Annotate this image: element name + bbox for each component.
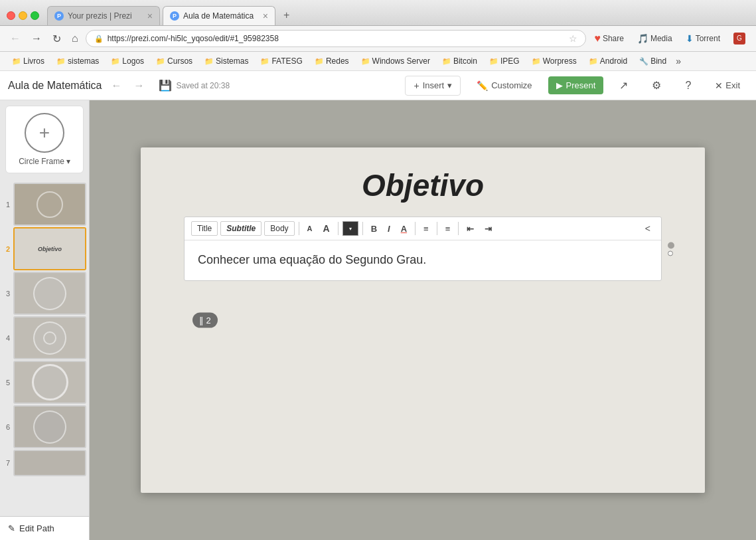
bookmark-ipeg[interactable]: 📁 IPEG	[484, 55, 525, 67]
text-color-button[interactable]: A	[397, 222, 411, 236]
media-button[interactable]: 🎵 Media	[633, 31, 676, 46]
slide-item-3[interactable]: 3	[3, 272, 86, 315]
present-label: Present	[566, 80, 596, 90]
bookmark-star-icon[interactable]: ☆	[569, 33, 577, 44]
bookmark-sistemas2-label: Sistemas	[216, 56, 248, 66]
bookmark-bitcoin[interactable]: 📁 Bitcoin	[437, 55, 483, 67]
bookmarks-overflow-button[interactable]: »	[673, 54, 684, 68]
browser-frame: P Your prezis | Prezi × P Aula de Matemá…	[0, 0, 756, 540]
bookmark-worpress[interactable]: 📁 Worpress	[526, 55, 582, 67]
resize-handle[interactable]	[668, 242, 674, 256]
color-picker-button[interactable]: ▾	[342, 221, 358, 236]
italic-button[interactable]: I	[384, 222, 394, 236]
toolbar-separator-1	[299, 222, 299, 235]
slide-item-7[interactable]: 7	[3, 450, 86, 476]
add-frame-icon: +	[39, 122, 50, 143]
text-style-body[interactable]: Body	[264, 221, 294, 236]
folder-icon: 📁	[260, 57, 269, 66]
slide-item-1[interactable]: 1	[3, 183, 86, 226]
address-bar[interactable]: 🔒 https://prezi.com/-hi5lc_yqoso/edit/#1…	[86, 30, 587, 47]
fullscreen-traffic-light[interactable]	[31, 11, 39, 20]
text-style-title[interactable]: Title	[191, 221, 218, 236]
toolbar-collapse-button[interactable]: <	[641, 221, 654, 236]
slide-thumb-3[interactable]	[13, 272, 86, 315]
bookmark-sistemas[interactable]: 📁 sistemas	[51, 55, 104, 67]
help-button[interactable]: ?	[677, 76, 699, 96]
bookmark-bind[interactable]: 🔧 Bind	[634, 55, 672, 67]
slide-number-7: 7	[3, 450, 13, 476]
app-body: + Circle Frame ▾ 1	[0, 100, 756, 540]
bookmark-windows-server[interactable]: 📁 Windows Server	[356, 55, 435, 67]
text-editor-box[interactable]: Title Subtitle Body A A ▾ B I A	[184, 217, 662, 281]
bookmark-livros[interactable]: 📁 Livros	[7, 55, 50, 67]
bookmark-logos[interactable]: 📁 Logos	[106, 55, 149, 67]
exit-x-icon: ✕	[715, 80, 723, 91]
bookmark-fatesg[interactable]: 📁 FATESG	[255, 55, 307, 67]
save-disk-icon: 💾	[159, 79, 172, 92]
slide-item-5[interactable]: 5	[3, 361, 86, 404]
slide-list: 1 2 Objetivo	[0, 179, 89, 516]
present-play-icon: ▶	[556, 80, 563, 90]
customize-pen-icon: ✏️	[477, 80, 488, 91]
back-button[interactable]: ←	[7, 31, 24, 46]
font-decrease-button[interactable]: A	[303, 223, 317, 234]
present-button[interactable]: ▶ Present	[548, 76, 604, 94]
forward-button[interactable]: →	[28, 31, 45, 46]
share-label: Share	[603, 34, 624, 43]
bookmark-android[interactable]: 📁 Android	[583, 55, 633, 67]
app-back-button[interactable]: ←	[108, 77, 124, 94]
insert-button[interactable]: + Insert ▾	[405, 76, 461, 96]
text-content-area[interactable]: Conhecer uma equação do Segundo Grau.	[185, 240, 661, 280]
slide-thumb-1[interactable]	[13, 183, 86, 226]
close-traffic-light[interactable]	[7, 11, 15, 20]
list-button[interactable]: ≡	[419, 222, 433, 236]
bookmark-cursos[interactable]: 📁 Cursos	[151, 55, 198, 67]
app-forward-button[interactable]: →	[131, 77, 147, 94]
slide-thumb-4[interactable]	[13, 316, 86, 359]
bookmark-cursos-label: Cursos	[167, 56, 192, 66]
minimize-traffic-light[interactable]	[19, 11, 27, 20]
slide-item-4[interactable]: 4	[3, 316, 86, 359]
bookmark-redes[interactable]: 📁 Redes	[309, 55, 354, 67]
slide-item-6[interactable]: 6	[3, 405, 86, 448]
slide-thumb-6[interactable]	[13, 405, 86, 448]
bookmark-sistemas2[interactable]: 📁 Sistemas	[199, 55, 254, 67]
folder-icon: 📁	[204, 57, 214, 66]
tab-label-your-prezis: Your prezis | Prezi	[68, 11, 132, 21]
extension-button[interactable]: G	[729, 31, 749, 46]
indent-decrease-button[interactable]: ⇤	[463, 222, 478, 236]
exit-button[interactable]: ✕ Exit	[707, 76, 748, 95]
bookmark-worpress-label: Worpress	[543, 56, 577, 66]
frame-adder[interactable]: + Circle Frame ▾	[5, 106, 84, 173]
slide-thumb-7[interactable]	[13, 450, 86, 476]
path-badge: ‖ 2	[192, 313, 218, 328]
edit-path-button[interactable]: ✎ Edit Path	[0, 516, 89, 540]
slide-thumb-5[interactable]	[13, 361, 86, 404]
font-increase-button[interactable]: A	[319, 221, 334, 236]
toolbar-separator-4	[415, 222, 416, 235]
customize-button[interactable]: ✏️ Customize	[469, 76, 540, 95]
slide-thumb-2[interactable]: Objetivo	[13, 227, 86, 270]
indent-increase-button[interactable]: ⇥	[481, 222, 496, 236]
bookmark-livros-label: Livros	[23, 56, 44, 66]
folder-icon: 📁	[111, 57, 120, 66]
torrent-button[interactable]: ⬇ Torrent	[682, 31, 724, 46]
share-action-button[interactable]: ↗	[611, 75, 636, 96]
slide-number-6: 6	[3, 405, 13, 448]
bookmark-bitcoin-label: Bitcoin	[453, 56, 477, 66]
home-button[interactable]: ⌂	[68, 31, 82, 46]
align-button[interactable]: ≡	[441, 222, 455, 236]
circle-frame-preview: +	[25, 113, 64, 153]
tab-your-prezis[interactable]: P Your prezis | Prezi ×	[47, 6, 160, 25]
bookmark-bind-label: Bind	[650, 56, 666, 66]
share-button[interactable]: ♥ Share	[590, 31, 628, 46]
tab-aula-matematica[interactable]: P Aula de Matemática ×	[163, 6, 275, 25]
text-style-subtitle[interactable]: Subtitle	[220, 221, 262, 236]
settings-button[interactable]: ⚙	[644, 75, 669, 96]
tab-close-your-prezis[interactable]: ×	[147, 11, 153, 21]
bold-button[interactable]: B	[367, 222, 381, 236]
slide-item-2[interactable]: 2 Objetivo	[3, 227, 86, 270]
new-tab-button[interactable]: +	[278, 5, 295, 25]
tab-close-aula[interactable]: ×	[263, 11, 268, 21]
reload-button[interactable]: ↻	[49, 31, 64, 46]
